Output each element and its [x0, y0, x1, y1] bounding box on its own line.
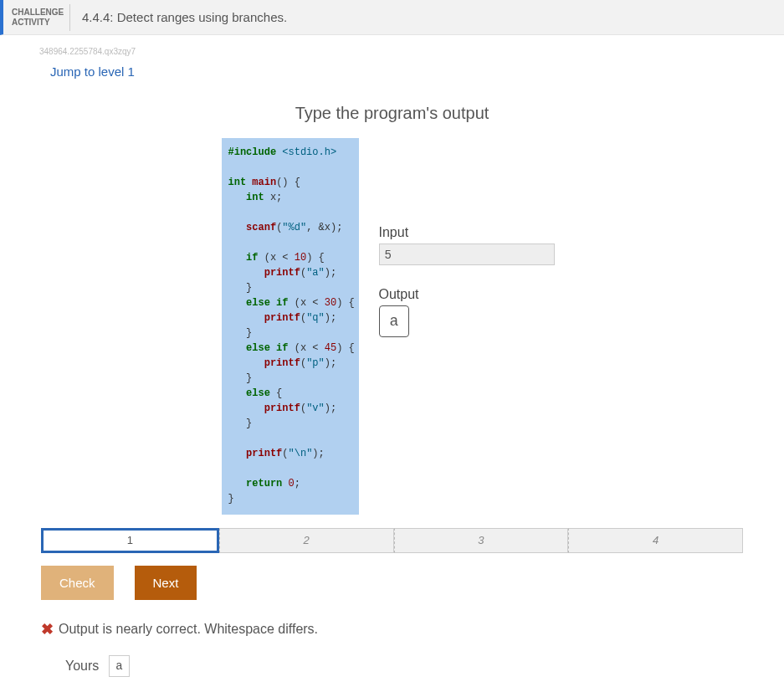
yours-label: Yours [65, 659, 99, 674]
jump-to-level-link[interactable]: Jump to level 1 [50, 64, 135, 79]
level-selector: 1 2 3 4 [41, 528, 743, 553]
level-tab-3[interactable]: 3 [394, 528, 569, 553]
level-tab-4[interactable]: 4 [568, 528, 743, 553]
challenge-line2: ACTIVITY [12, 18, 50, 27]
user-output-answer[interactable]: a [379, 305, 410, 337]
program-input-field: 5 [379, 244, 555, 265]
check-button[interactable]: Check [41, 566, 114, 600]
activity-title: 4.4.4: Detect ranges using branches. [70, 10, 287, 24]
output-label: Output [379, 287, 563, 302]
incorrect-icon: ✖ [41, 620, 54, 638]
prompt-text: Type the program's output [0, 104, 784, 123]
activity-header: CHALLENGE ACTIVITY 4.4.4: Detect ranges … [0, 0, 784, 35]
input-label: Input [379, 225, 563, 240]
yours-value: a [109, 655, 129, 677]
challenge-activity-tag: CHALLENGE ACTIVITY [3, 4, 70, 31]
source-code-panel: #include <stdio.h> int main() { int x; s… [222, 138, 359, 515]
level-tab-2[interactable]: 2 [219, 528, 394, 553]
level-tab-1[interactable]: 1 [41, 528, 219, 553]
next-button[interactable]: Next [135, 566, 197, 600]
content-id: 348964.2255784.qx3zqy7 [39, 47, 784, 56]
challenge-line1: CHALLENGE [12, 8, 64, 17]
feedback-message: Output is nearly correct. Whitespace dif… [59, 622, 318, 637]
